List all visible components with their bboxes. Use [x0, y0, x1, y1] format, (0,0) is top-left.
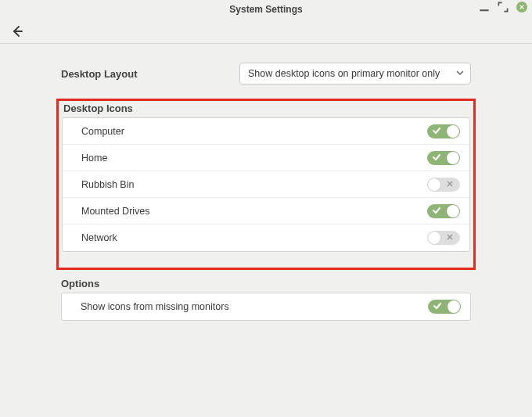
toggle-desktopIcons-2[interactable] [427, 178, 460, 192]
options-panel: Show icons from missing monitors [61, 293, 471, 321]
content: Desktop Layout Show desktop icons on pri… [0, 44, 532, 321]
row-label: Mounted Drives [81, 206, 427, 217]
x-icon [446, 180, 454, 188]
toggle-desktopIcons-3[interactable] [427, 204, 460, 218]
toggle-knob [428, 178, 440, 191]
list-item: Mounted Drives [63, 198, 469, 225]
check-icon [433, 127, 440, 135]
desktop-icons-title: Desktop Icons [63, 102, 470, 114]
titlebar: System Settings [0, 0, 532, 19]
toggle-knob [447, 125, 459, 138]
list-item: Computer [63, 118, 469, 145]
close-button[interactable] [516, 2, 527, 13]
desktop-layout-label: Desktop Layout [61, 68, 138, 80]
toggle-knob [428, 232, 440, 244]
row-label: Network [81, 232, 427, 243]
check-icon [433, 207, 440, 214]
row-label: Rubbish Bin [81, 179, 427, 190]
list-item: Show icons from missing monitors [62, 293, 470, 320]
row-label: Computer [81, 126, 427, 137]
list-item: Home [63, 145, 469, 171]
toggle-knob [448, 300, 460, 313]
x-icon [446, 233, 454, 241]
desktop-icons-panel: ComputerHomeRubbish BinMounted DrivesNet… [62, 117, 470, 252]
options-title: Options [61, 278, 471, 289]
toolbar [0, 19, 532, 44]
check-icon [433, 302, 441, 310]
desktop-layout-value: Show desktop icons on primary monitor on… [248, 68, 440, 79]
maximize-button[interactable] [498, 2, 509, 13]
window-controls [479, 2, 527, 13]
list-item: Rubbish Bin [63, 171, 469, 198]
toggle-knob [447, 152, 459, 164]
list-item: Network [63, 225, 469, 251]
toggle-desktopIcons-0[interactable] [427, 124, 460, 138]
desktop-icons-highlight: Desktop Icons ComputerHomeRubbish BinMou… [56, 99, 476, 270]
toggle-desktopIcons-4[interactable] [427, 231, 460, 245]
back-button[interactable] [9, 23, 25, 39]
chevron-down-icon [456, 68, 464, 79]
toggle-options-0[interactable] [428, 300, 461, 314]
check-icon [433, 153, 440, 161]
window-title: System Settings [229, 4, 302, 15]
row-label: Show icons from missing monitors [81, 301, 428, 312]
toggle-desktopIcons-1[interactable] [427, 151, 460, 165]
desktop-layout-dropdown[interactable]: Show desktop icons on primary monitor on… [239, 63, 471, 84]
minimize-button[interactable] [479, 2, 490, 13]
toggle-knob [447, 205, 459, 217]
row-label: Home [81, 153, 427, 164]
desktop-layout-row: Desktop Layout Show desktop icons on pri… [61, 63, 471, 84]
